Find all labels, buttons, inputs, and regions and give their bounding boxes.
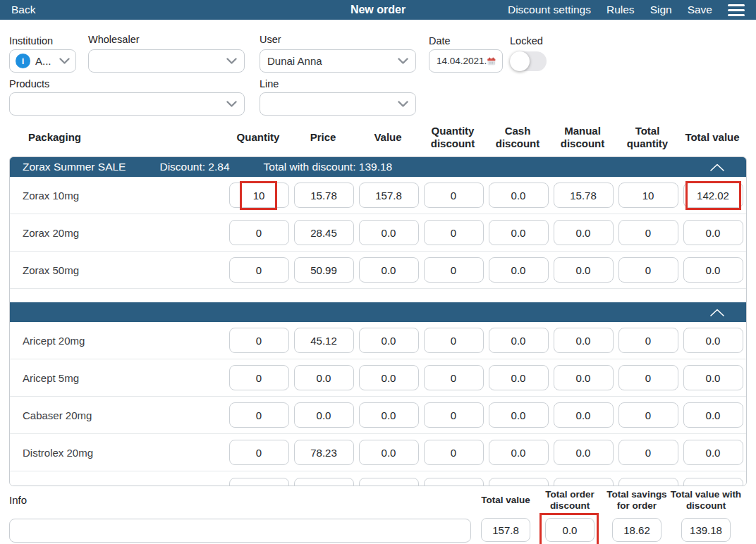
- total-order-discount-input[interactable]: [545, 518, 595, 542]
- total-value-input[interactable]: [683, 478, 743, 487]
- manual-discount-input[interactable]: [554, 440, 614, 465]
- quantity-discount-input[interactable]: [424, 478, 484, 487]
- chevron-up-icon[interactable]: [709, 163, 733, 171]
- cash-discount-input[interactable]: [489, 183, 549, 208]
- value-input[interactable]: [359, 328, 419, 353]
- wholesaler-select[interactable]: [88, 49, 245, 73]
- order-footer: Info Total valueTotal order discountTota…: [0, 486, 756, 544]
- total-quantity-input[interactable]: [618, 478, 678, 487]
- discount-settings-button[interactable]: Discount settings: [508, 4, 591, 16]
- price-input[interactable]: [294, 402, 354, 428]
- value-input[interactable]: [359, 220, 419, 245]
- value-input[interactable]: [359, 478, 419, 487]
- cash-discount-input[interactable]: [489, 402, 549, 428]
- manual-discount-input[interactable]: [554, 183, 614, 208]
- packaging-label: Cabaser 20mg: [10, 409, 226, 421]
- total-value-input[interactable]: [683, 402, 743, 428]
- total-value-input[interactable]: [683, 365, 743, 390]
- calendar-icon[interactable]: [487, 54, 496, 68]
- price-input[interactable]: [294, 365, 354, 390]
- quantity-input[interactable]: [229, 402, 289, 428]
- quantity-input[interactable]: [229, 365, 289, 390]
- quantity-input[interactable]: [229, 220, 289, 245]
- total-quantity-input[interactable]: [618, 183, 678, 208]
- price-input[interactable]: [294, 440, 354, 465]
- cash-discount-input[interactable]: [489, 220, 549, 245]
- user-select[interactable]: Dunai Anna: [260, 49, 416, 73]
- quantity-discount-input[interactable]: [424, 257, 484, 283]
- price-input[interactable]: [294, 257, 354, 283]
- date-label: Date: [429, 35, 451, 47]
- quantity-input[interactable]: [229, 328, 289, 353]
- cash-discount-input[interactable]: [489, 440, 549, 465]
- total-quantity-input[interactable]: [618, 440, 678, 465]
- total-value-input[interactable]: [683, 328, 743, 353]
- total-value-input[interactable]: [683, 440, 743, 465]
- total-quantity-input[interactable]: [618, 220, 678, 245]
- rules-button[interactable]: Rules: [606, 4, 635, 16]
- value-input[interactable]: [359, 402, 419, 428]
- table-row: Aricept 5mg: [10, 359, 746, 397]
- total-value-input[interactable]: [683, 257, 743, 283]
- total-savings-for-order-input[interactable]: [612, 518, 662, 542]
- institution-select[interactable]: i A...: [9, 49, 76, 73]
- cash-discount-input[interactable]: [489, 478, 549, 487]
- quantity-discount-input[interactable]: [424, 220, 484, 245]
- manual-discount-input[interactable]: [554, 220, 614, 245]
- table-row-partial: [10, 471, 746, 486]
- manual-discount-input[interactable]: [554, 478, 614, 487]
- manual-discount-input[interactable]: [554, 402, 614, 428]
- value-input[interactable]: [359, 365, 419, 390]
- info-icon[interactable]: i: [16, 54, 30, 68]
- quantity-input[interactable]: [229, 183, 289, 208]
- total-value-with-discount-input[interactable]: [681, 518, 731, 542]
- total-value-input[interactable]: [683, 220, 743, 245]
- page-title: New order: [350, 4, 406, 16]
- price-input[interactable]: [294, 478, 354, 487]
- locked-toggle[interactable]: [510, 51, 547, 71]
- group-header-1[interactable]: Zorax Summer SALEDiscount: 2.84Total wit…: [10, 157, 746, 177]
- quantity-input[interactable]: [229, 478, 289, 487]
- quantity-discount-input[interactable]: [424, 365, 484, 390]
- value-input[interactable]: [359, 257, 419, 283]
- cash-discount-input[interactable]: [489, 257, 549, 283]
- date-field[interactable]: 14.04.2021.: [429, 49, 503, 73]
- total-value-input[interactable]: [683, 183, 743, 208]
- total-value-input[interactable]: [481, 518, 530, 542]
- manual-discount-input[interactable]: [554, 328, 614, 353]
- total-quantity-input[interactable]: [618, 328, 678, 353]
- chevron-up-icon[interactable]: [709, 309, 733, 316]
- locked-label: Locked: [510, 35, 543, 47]
- total-quantity-input[interactable]: [618, 257, 678, 283]
- quantity-discount-input[interactable]: [424, 183, 484, 208]
- sign-button[interactable]: Sign: [650, 4, 672, 16]
- save-button[interactable]: Save: [688, 4, 712, 16]
- quantity-discount-input[interactable]: [424, 402, 484, 428]
- quantity-discount-input[interactable]: [424, 328, 484, 353]
- info-input[interactable]: [9, 519, 471, 543]
- line-select[interactable]: [260, 92, 416, 116]
- quantity-input[interactable]: [229, 440, 289, 465]
- column-header-manual-discount: Manual discount: [550, 125, 615, 149]
- packaging-label: Zorax 20mg: [10, 227, 226, 239]
- topbar-actions: Discount settings Rules Sign Save: [508, 4, 745, 16]
- manual-discount-input[interactable]: [554, 365, 614, 390]
- quantity-discount-input[interactable]: [424, 440, 484, 465]
- products-select[interactable]: [9, 92, 245, 116]
- hamburger-menu-icon[interactable]: [728, 4, 745, 16]
- cash-discount-input[interactable]: [489, 365, 549, 390]
- group-header-2[interactable]: [10, 302, 746, 322]
- manual-discount-input[interactable]: [554, 257, 614, 283]
- column-header-quantity: Quantity: [226, 131, 291, 144]
- value-input[interactable]: [359, 440, 419, 465]
- price-input[interactable]: [294, 183, 354, 208]
- column-header-quantity-discount: Quantity discount: [420, 125, 485, 149]
- cash-discount-input[interactable]: [489, 328, 549, 353]
- quantity-input[interactable]: [229, 257, 289, 283]
- price-input[interactable]: [294, 220, 354, 245]
- price-input[interactable]: [294, 328, 354, 353]
- total-quantity-input[interactable]: [618, 402, 678, 428]
- back-button[interactable]: Back: [11, 4, 35, 16]
- value-input[interactable]: [359, 183, 419, 208]
- total-quantity-input[interactable]: [618, 365, 678, 390]
